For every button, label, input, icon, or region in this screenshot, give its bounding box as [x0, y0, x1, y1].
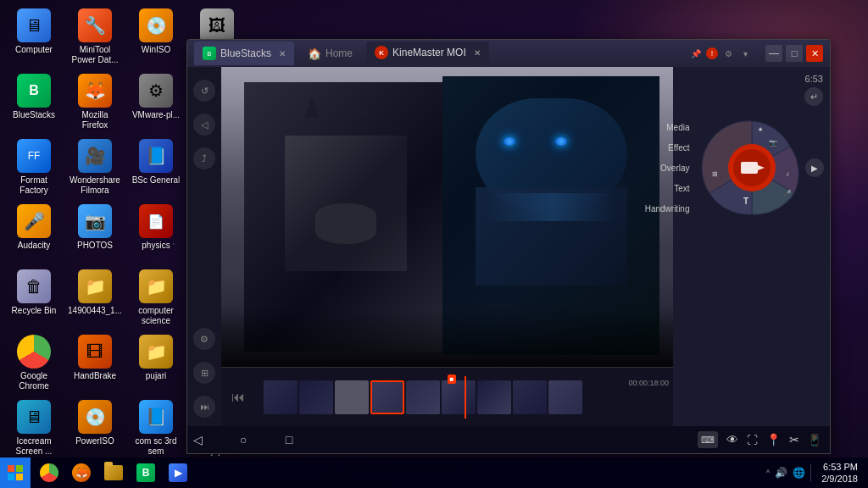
taskbar-chrome-icon [40, 463, 58, 482]
svg-text:🎤: 🎤 [783, 189, 792, 197]
desktop-icon-bluestacks[interactable]: B BlueStacks [4, 69, 64, 133]
km-location-icon[interactable]: 📍 [766, 433, 781, 446]
taskbar-apps: 🦊 B ▶ [31, 458, 766, 488]
clip-1[interactable] [264, 380, 298, 414]
minimize-button[interactable]: — [765, 45, 782, 62]
alert-button[interactable]: ! [706, 47, 718, 59]
clip-4[interactable] [370, 380, 404, 414]
taskbar-folder-icon [104, 465, 123, 480]
taskbar-clock: 6:53 PM 2/9/2018 [816, 461, 863, 485]
km-keyboard-icon[interactable]: ⌨ [698, 431, 718, 448]
km-layer-icon[interactable]: ⊞ [193, 362, 215, 384]
cornsc-icon: 📘 [139, 400, 173, 434]
desktop-icon-photos[interactable]: 📷 PHOTOS [65, 200, 125, 263]
timeline-track[interactable]: ■ 00:00:18:00 [255, 376, 673, 419]
tab-home[interactable]: 🏠 Home [299, 42, 361, 65]
taskbar-right: ^ 🔊 🌐 6:53 PM 2/9/2018 [766, 461, 868, 485]
batman-scene [221, 67, 673, 367]
clip-3[interactable] [335, 380, 369, 414]
desktop-icon-folder14900[interactable]: 📁 14900443_1... [65, 265, 125, 329]
bluestacks-icon-label: BlueStacks [13, 110, 55, 120]
clip-6[interactable] [442, 380, 476, 414]
android-home-btn[interactable]: ○ [233, 430, 253, 450]
desktop-icon-winiso[interactable]: 💿 WinISO [126, 4, 186, 68]
folder14900-icon: 📁 [78, 269, 112, 303]
systray-network-icon[interactable]: 🌐 [793, 467, 805, 479]
desktop-icon-handbrake[interactable]: 🎞 HandBrake [65, 330, 125, 394]
audacity-icon-label: Audacity [18, 241, 50, 251]
taskbar-app-bluestacks[interactable]: B [131, 458, 161, 488]
km-top-time: 6:53 [805, 74, 823, 84]
km-scissors-icon[interactable]: ✂ [789, 433, 799, 446]
desktop-icon-recyclebin[interactable]: 🗑 Recycle Bin [4, 265, 64, 329]
desktop-icon-formatfactory[interactable]: FF Format Factory [4, 135, 64, 198]
desktop-icon-vmware[interactable]: ⚙ VMware-pl... [126, 69, 186, 133]
kinemaster-tab-icon: K [375, 46, 388, 59]
start-button[interactable] [0, 458, 31, 488]
firefox-icon-label: Mozilla Firefox [68, 110, 122, 130]
settings-button[interactable]: ⚙ [721, 47, 735, 60]
dropdown-button[interactable]: ▾ [738, 47, 752, 60]
desktop-icon-audacity[interactable]: 🎤 Audacity [4, 200, 64, 263]
km-video-preview [221, 67, 673, 367]
km-settings-side-icon[interactable]: ⚙ [193, 328, 215, 350]
systray-volume-icon[interactable]: 🔊 [775, 467, 787, 479]
minitool-icon-label: MiniTool Power Dat... [68, 45, 122, 65]
km-export-icon[interactable]: ↵ [804, 87, 823, 106]
desktop-icon-physics[interactable]: 📄 physics [126, 200, 186, 263]
clip-9[interactable] [548, 380, 582, 414]
chrome-icon [17, 335, 51, 369]
clip-5[interactable] [406, 380, 440, 414]
android-back-btn[interactable]: ◁ [187, 430, 208, 450]
systray-expand-icon[interactable]: ^ [766, 469, 770, 477]
winiso-icon-label: WinISO [142, 45, 170, 55]
taskbar-app-folder[interactable] [98, 458, 129, 488]
clip-8[interactable] [513, 380, 547, 414]
radial-menu-svg: 📷 ♪ T ⊞ ★ 🎤 [697, 113, 807, 223]
taskbar-app-chrome[interactable] [34, 458, 64, 488]
km-back-icon[interactable]: ◁ [193, 114, 215, 136]
km-fullscreen-icon[interactable]: ⛶ [747, 434, 758, 446]
winiso-icon: 💿 [139, 8, 173, 42]
tab-bluestacks-close[interactable]: ✕ [279, 49, 286, 58]
desktop-icon-chrome[interactable]: Google Chrome [4, 330, 64, 394]
km-phone-icon[interactable]: 📱 [808, 434, 821, 446]
desktop-icon-firefox[interactable]: 🦊 Mozilla Firefox [65, 69, 125, 133]
timeline-playhead: ■ [465, 376, 466, 419]
android-recents-btn[interactable]: □ [279, 430, 299, 450]
wondershare-icon: 🎥 [78, 139, 112, 173]
tab-bluestacks[interactable]: B BlueStacks ✕ [194, 42, 294, 65]
km-radial-menu: 📷 ♪ T ⊞ ★ 🎤 Media [697, 113, 807, 223]
timeline-rewind-icon[interactable]: ⏮ [231, 390, 245, 405]
km-visibility-icon[interactable]: 👁 [726, 433, 738, 446]
maximize-button[interactable]: □ [786, 45, 803, 62]
svg-text:📷: 📷 [769, 138, 777, 147]
desktop-icon-bscgeneral[interactable]: 📘 BSc General [126, 135, 186, 198]
taskbar-app-media[interactable]: ▶ [163, 458, 193, 488]
taskbar-firefox-icon: 🦊 [72, 463, 91, 482]
titlebar-tabs: B BlueStacks ✕ 🏠 Home K KineMaster MOI ✕ [194, 42, 489, 65]
km-undo-icon[interactable]: ↺ [193, 80, 215, 102]
desktop-icon-wondershare[interactable]: 🎥 Wondershare Filmora [65, 135, 125, 198]
desktop-icon-minitool[interactable]: 🔧 MiniTool Power Dat... [65, 4, 125, 68]
pin-button[interactable]: 📌 [689, 47, 703, 60]
tab-kinemaster[interactable]: K KineMaster MOI ✕ [366, 42, 489, 65]
firefox-icon: 🦊 [78, 74, 112, 108]
clip-7[interactable] [477, 380, 511, 414]
km-menu-label-effect: Effect [631, 143, 694, 152]
desktop-icon-icecream[interactable]: 🖥 Icecream Screen ... [4, 396, 64, 459]
close-button[interactable]: ✕ [806, 45, 823, 62]
taskbar-app-firefox[interactable]: 🦊 [66, 458, 97, 488]
km-play-btn[interactable]: ▶ [805, 158, 824, 177]
desktop-icon-computerscience[interactable]: 📁 computer science [126, 265, 186, 329]
desktop-icon-poweriso[interactable]: 💿 PowerISO [65, 396, 125, 459]
desktop-icon-cornsc[interactable]: 📘 com sc 3rd sem [126, 396, 186, 459]
desktop-icon-pujari[interactable]: 📁 pujari [126, 330, 186, 394]
km-skip-icon[interactable]: ⏭ [193, 396, 215, 418]
tab-kinemaster-close[interactable]: ✕ [474, 48, 481, 58]
clip-2[interactable] [299, 380, 333, 414]
desktop-icon-computer[interactable]: 🖥 Computer [4, 4, 64, 68]
bluestacks-tab-icon: B [203, 47, 216, 60]
km-right-panel: 6:53 ↵ [673, 67, 830, 426]
km-share-icon[interactable]: ⤴ [193, 147, 215, 169]
